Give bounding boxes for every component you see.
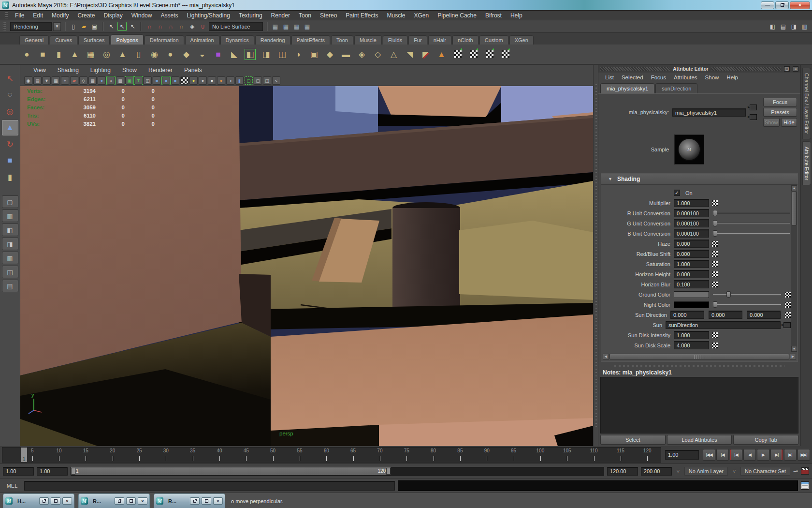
polygon-cylinder-icon[interactable]: ▮ (51, 46, 66, 62)
render-view-icon[interactable]: ▦ (271, 22, 280, 31)
ambient-occlusion-icon[interactable]: ● (217, 76, 225, 85)
maximize-button[interactable] (775, 1, 789, 9)
map-button-icon[interactable] (712, 282, 718, 287)
menu-set-arrow-icon[interactable]: ▼ (53, 22, 61, 31)
panel-menu-item[interactable]: View (28, 67, 51, 74)
wireframe-on-shaded-icon[interactable]: ○ (107, 76, 115, 85)
anim-layer-selector[interactable]: No Anim Layer (684, 467, 728, 476)
scrollbar-thumb[interactable] (792, 192, 797, 225)
multi-pane-icon[interactable]: ◫ (263, 76, 271, 85)
motion-blur-icon[interactable]: ◑ (226, 76, 234, 85)
menu-item[interactable]: Stereo (316, 12, 341, 19)
bridge-icon[interactable]: ▬ (338, 46, 353, 62)
range-trough[interactable]: 1 120 (71, 467, 604, 476)
move-tool[interactable]: ▲ (2, 120, 18, 135)
go-to-end-button[interactable]: ▶▶| (798, 449, 810, 461)
material-sample-swatch[interactable]: M (674, 134, 704, 164)
menu-item[interactable]: Edit (29, 12, 47, 19)
multi-cut-icon[interactable]: ◤ (418, 46, 433, 62)
shelf-tab[interactable]: Rendering (255, 35, 290, 45)
wireframe-icon[interactable]: ◇ (79, 76, 87, 85)
fog-icon[interactable]: ● (208, 76, 216, 85)
play-forwards-button[interactable]: ▶ (757, 449, 769, 461)
scroll-left-icon[interactable]: ◀ (603, 354, 609, 359)
shelf-tab[interactable]: Polygons (111, 34, 143, 45)
close-button[interactable]: × (790, 1, 810, 9)
playback-end-field[interactable]: 120.00 (607, 467, 638, 476)
shelf-tab[interactable]: nCloth (452, 35, 478, 45)
snap-to-point-icon[interactable]: ∩ (166, 22, 175, 31)
show-tool-settings-icon[interactable]: ◨ (789, 22, 798, 31)
minimized-window[interactable]: M R... × (154, 493, 225, 508)
menu-item[interactable]: Display (99, 12, 127, 19)
save-scene-icon[interactable]: ▣ (90, 22, 99, 31)
map-button-icon[interactable] (712, 271, 718, 277)
backface-culling-icon[interactable]: ■ (171, 76, 179, 85)
horizon-height-field[interactable]: 0.000 (674, 270, 709, 278)
camera-attributes-icon[interactable]: ▤ (33, 76, 42, 85)
menu-item[interactable]: File (11, 12, 29, 19)
ae-menu-item[interactable]: Selected (618, 75, 647, 80)
close-window-button[interactable]: × (213, 497, 223, 505)
current-frame-marker[interactable]: 1 (21, 448, 27, 462)
menu-item[interactable]: Render (267, 12, 294, 19)
show-channel-box-icon[interactable]: ▥ (800, 22, 809, 31)
graph-pane-layout-button[interactable]: ▥ (2, 252, 18, 264)
character-set-selector[interactable]: No Character Set (740, 467, 790, 476)
menu-grip[interactable] (5, 12, 8, 18)
close-panel-icon[interactable]: × (793, 66, 798, 72)
viewport-canvas[interactable]: Verts: 3194 0 0 Edges: 6211 0 0 Faces: 3… (20, 86, 593, 446)
step-forward-key-button[interactable]: ▶| (770, 449, 783, 461)
single-pane-layout-button[interactable]: ▢ (2, 195, 18, 208)
polygon-pipe-icon[interactable]: ▯ (131, 46, 146, 62)
sun-field[interactable]: sunDirection (666, 321, 781, 329)
map-button-icon[interactable] (785, 292, 791, 298)
vertical-scrollbar[interactable]: ▲ ▼ (791, 185, 797, 352)
sun-direction-x-field[interactable]: 0.000 (670, 311, 704, 319)
viewcube-icon[interactable]: ▢ (254, 76, 262, 85)
shelf-tab[interactable]: XGen (509, 35, 534, 45)
four-pane-layout-button[interactable]: ▦ (2, 209, 18, 222)
map-button-icon[interactable] (712, 261, 718, 267)
bookmarks-icon[interactable]: ▼ (43, 76, 51, 85)
paint-select-tool[interactable]: ◎ (2, 104, 18, 119)
menu-set-selector[interactable]: Rendering (10, 22, 52, 31)
notes-textarea[interactable] (600, 377, 798, 433)
minimized-window[interactable]: M H... × (3, 493, 74, 508)
polygon-helix-icon[interactable]: ◉ (147, 46, 162, 62)
transfer-attributes-icon[interactable] (450, 46, 465, 62)
ground-color-swatch[interactable] (674, 291, 709, 298)
polygon-cube-icon[interactable]: ■ (35, 46, 50, 62)
shelf-tab[interactable]: Surfaces (78, 35, 110, 45)
go-to-start-button[interactable]: |◀◀ (703, 449, 715, 461)
menu-item[interactable]: Bifrost (481, 12, 506, 19)
step-back-frame-button[interactable]: |◀ (716, 449, 729, 461)
points-icon[interactable]: ▦ (88, 76, 97, 85)
sun-direction-y-field[interactable]: 0.000 (709, 311, 742, 319)
share-view-icon[interactable]: < (272, 76, 280, 85)
show-modeling-toolkit-icon[interactable]: ◧ (768, 22, 777, 31)
float-panel-icon[interactable]: ❑ (784, 66, 790, 72)
panel-menu-item[interactable]: Lighting (85, 67, 116, 74)
shelf-tab[interactable]: Curves (50, 35, 77, 45)
saturation-field[interactable]: 1.000 (674, 260, 709, 268)
panel-menu-item[interactable]: Renderer (143, 67, 178, 74)
lasso-select-tool[interactable]: ◌ (2, 87, 18, 103)
night-color-slider[interactable] (712, 301, 782, 308)
shading-section-header[interactable]: ▼ Shading (601, 174, 798, 185)
restore-window-button[interactable] (190, 497, 200, 505)
r-unit-slider[interactable] (712, 210, 791, 216)
panel-menu-item[interactable]: Show (117, 67, 142, 74)
animation-preferences-icon[interactable] (801, 467, 809, 475)
snap-to-curve-icon[interactable]: ∩ (156, 22, 165, 31)
select-object-icon[interactable]: ↖ (117, 22, 127, 31)
bevel-icon[interactable]: ◆ (322, 46, 337, 62)
menu-item[interactable]: Muscle (383, 12, 410, 19)
scale-tool[interactable]: ■ (2, 153, 18, 168)
shelf-tab[interactable]: Deformation (145, 35, 184, 45)
symmetry-icon[interactable] (498, 46, 513, 62)
grease-pencil-icon[interactable]: ▰ (70, 76, 78, 85)
smooth-mesh-icon[interactable]: ◣ (227, 46, 242, 62)
menu-item[interactable]: XGen (410, 12, 434, 19)
use-all-lights-icon[interactable]: ◫ (144, 76, 152, 85)
